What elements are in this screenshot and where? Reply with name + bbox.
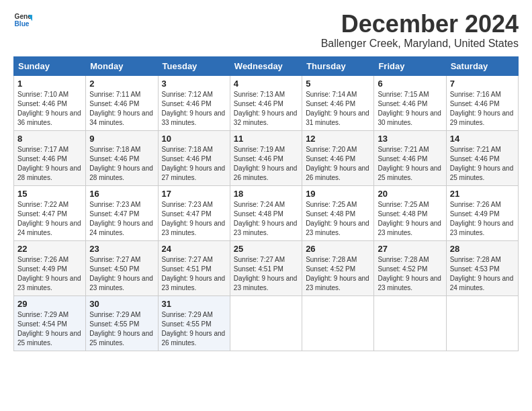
day-number: 27 (378, 244, 442, 254)
day-number: 26 (306, 244, 370, 254)
day-number: 17 (162, 189, 226, 199)
table-cell: 2 Sunrise: 7:11 AM Sunset: 4:46 PM Dayli… (86, 75, 158, 130)
table-cell: 26 Sunrise: 7:28 AM Sunset: 4:52 PM Dayl… (302, 240, 374, 295)
day-number: 6 (378, 79, 442, 89)
day-number: 21 (450, 189, 515, 199)
col-saturday: Saturday (446, 56, 518, 75)
table-cell: 31 Sunrise: 7:29 AM Sunset: 4:55 PM Dayl… (158, 295, 230, 351)
table-row: 15 Sunrise: 7:22 AM Sunset: 4:47 PM Dayl… (14, 185, 519, 240)
table-cell: 3 Sunrise: 7:12 AM Sunset: 4:46 PM Dayli… (158, 75, 230, 130)
day-info: Sunrise: 7:20 AM Sunset: 4:46 PM Dayligh… (306, 145, 370, 183)
table-row: 1 Sunrise: 7:10 AM Sunset: 4:46 PM Dayli… (14, 75, 519, 130)
table-cell (230, 295, 302, 351)
table-cell: 18 Sunrise: 7:24 AM Sunset: 4:48 PM Dayl… (230, 185, 302, 240)
logo-icon: General Blue (13, 11, 32, 30)
day-number: 1 (17, 79, 82, 89)
subtitle: Ballenger Creek, Maryland, United States (321, 38, 519, 50)
table-cell: 23 Sunrise: 7:27 AM Sunset: 4:50 PM Dayl… (86, 240, 158, 295)
table-cell: 16 Sunrise: 7:23 AM Sunset: 4:47 PM Dayl… (86, 185, 158, 240)
day-info: Sunrise: 7:12 AM Sunset: 4:46 PM Dayligh… (162, 90, 226, 128)
day-info: Sunrise: 7:28 AM Sunset: 4:52 PM Dayligh… (306, 255, 370, 293)
table-row: 29 Sunrise: 7:29 AM Sunset: 4:54 PM Dayl… (14, 295, 519, 351)
day-info: Sunrise: 7:10 AM Sunset: 4:46 PM Dayligh… (17, 90, 82, 128)
day-info: Sunrise: 7:28 AM Sunset: 4:52 PM Dayligh… (378, 255, 442, 293)
table-cell: 21 Sunrise: 7:26 AM Sunset: 4:49 PM Dayl… (446, 185, 518, 240)
main-title: December 2024 (321, 11, 519, 38)
day-info: Sunrise: 7:11 AM Sunset: 4:46 PM Dayligh… (89, 90, 154, 128)
day-info: Sunrise: 7:26 AM Sunset: 4:49 PM Dayligh… (17, 255, 82, 293)
table-cell: 14 Sunrise: 7:21 AM Sunset: 4:46 PM Dayl… (446, 130, 518, 185)
day-number: 24 (162, 244, 226, 254)
header-row: Sunday Monday Tuesday Wednesday Thursday… (14, 56, 519, 75)
col-thursday: Thursday (302, 56, 374, 75)
day-info: Sunrise: 7:18 AM Sunset: 4:46 PM Dayligh… (162, 145, 226, 183)
day-number: 13 (378, 134, 442, 144)
day-number: 7 (450, 79, 515, 89)
day-info: Sunrise: 7:29 AM Sunset: 4:54 PM Dayligh… (17, 310, 82, 348)
svg-text:Blue: Blue (15, 20, 30, 28)
day-number: 15 (17, 189, 82, 199)
day-number: 4 (234, 79, 298, 89)
table-cell: 4 Sunrise: 7:13 AM Sunset: 4:46 PM Dayli… (230, 75, 302, 130)
table-cell: 7 Sunrise: 7:16 AM Sunset: 4:46 PM Dayli… (446, 75, 518, 130)
day-info: Sunrise: 7:23 AM Sunset: 4:47 PM Dayligh… (162, 200, 226, 238)
day-info: Sunrise: 7:14 AM Sunset: 4:46 PM Dayligh… (306, 90, 370, 128)
day-info: Sunrise: 7:17 AM Sunset: 4:46 PM Dayligh… (17, 145, 82, 183)
table-cell: 13 Sunrise: 7:21 AM Sunset: 4:46 PM Dayl… (374, 130, 446, 185)
table-cell: 15 Sunrise: 7:22 AM Sunset: 4:47 PM Dayl… (14, 185, 86, 240)
col-sunday: Sunday (14, 56, 86, 75)
day-number: 29 (17, 299, 82, 309)
table-cell: 9 Sunrise: 7:18 AM Sunset: 4:46 PM Dayli… (86, 130, 158, 185)
table-cell: 1 Sunrise: 7:10 AM Sunset: 4:46 PM Dayli… (14, 75, 86, 130)
table-cell: 25 Sunrise: 7:27 AM Sunset: 4:51 PM Dayl… (230, 240, 302, 295)
day-info: Sunrise: 7:29 AM Sunset: 4:55 PM Dayligh… (162, 310, 226, 348)
table-cell: 11 Sunrise: 7:19 AM Sunset: 4:46 PM Dayl… (230, 130, 302, 185)
day-info: Sunrise: 7:21 AM Sunset: 4:46 PM Dayligh… (450, 145, 515, 183)
day-number: 12 (306, 134, 370, 144)
day-info: Sunrise: 7:22 AM Sunset: 4:47 PM Dayligh… (17, 200, 82, 238)
day-number: 22 (17, 244, 82, 254)
day-number: 28 (450, 244, 515, 254)
day-number: 8 (17, 134, 82, 144)
table-cell: 8 Sunrise: 7:17 AM Sunset: 4:46 PM Dayli… (14, 130, 86, 185)
day-number: 20 (378, 189, 442, 199)
day-info: Sunrise: 7:15 AM Sunset: 4:46 PM Dayligh… (378, 90, 442, 128)
day-number: 9 (89, 134, 154, 144)
day-info: Sunrise: 7:19 AM Sunset: 4:46 PM Dayligh… (234, 145, 298, 183)
day-info: Sunrise: 7:25 AM Sunset: 4:48 PM Dayligh… (306, 200, 370, 238)
table-row: 22 Sunrise: 7:26 AM Sunset: 4:49 PM Dayl… (14, 240, 519, 295)
table-cell: 30 Sunrise: 7:29 AM Sunset: 4:55 PM Dayl… (86, 295, 158, 351)
table-cell: 28 Sunrise: 7:28 AM Sunset: 4:53 PM Dayl… (446, 240, 518, 295)
table-cell: 20 Sunrise: 7:25 AM Sunset: 4:48 PM Dayl… (374, 185, 446, 240)
day-info: Sunrise: 7:26 AM Sunset: 4:49 PM Dayligh… (450, 200, 515, 238)
day-info: Sunrise: 7:29 AM Sunset: 4:55 PM Dayligh… (89, 310, 154, 348)
day-info: Sunrise: 7:13 AM Sunset: 4:46 PM Dayligh… (234, 90, 298, 128)
day-info: Sunrise: 7:28 AM Sunset: 4:53 PM Dayligh… (450, 255, 515, 293)
table-cell: 12 Sunrise: 7:20 AM Sunset: 4:46 PM Dayl… (302, 130, 374, 185)
day-info: Sunrise: 7:21 AM Sunset: 4:46 PM Dayligh… (378, 145, 442, 183)
day-number: 5 (306, 79, 370, 89)
day-number: 11 (234, 134, 298, 144)
day-info: Sunrise: 7:23 AM Sunset: 4:47 PM Dayligh… (89, 200, 154, 238)
day-number: 10 (162, 134, 226, 144)
table-cell: 27 Sunrise: 7:28 AM Sunset: 4:52 PM Dayl… (374, 240, 446, 295)
day-info: Sunrise: 7:27 AM Sunset: 4:51 PM Dayligh… (234, 255, 298, 293)
col-wednesday: Wednesday (230, 56, 302, 75)
table-cell: 10 Sunrise: 7:18 AM Sunset: 4:46 PM Dayl… (158, 130, 230, 185)
col-friday: Friday (374, 56, 446, 75)
day-info: Sunrise: 7:18 AM Sunset: 4:46 PM Dayligh… (89, 145, 154, 183)
day-number: 23 (89, 244, 154, 254)
table-cell (446, 295, 518, 351)
col-monday: Monday (86, 56, 158, 75)
title-area: December 2024 Ballenger Creek, Maryland,… (321, 11, 519, 50)
day-number: 25 (234, 244, 298, 254)
day-info: Sunrise: 7:24 AM Sunset: 4:48 PM Dayligh… (234, 200, 298, 238)
table-cell: 29 Sunrise: 7:29 AM Sunset: 4:54 PM Dayl… (14, 295, 86, 351)
table-cell: 17 Sunrise: 7:23 AM Sunset: 4:47 PM Dayl… (158, 185, 230, 240)
logo: General Blue (13, 11, 32, 30)
day-info: Sunrise: 7:16 AM Sunset: 4:46 PM Dayligh… (450, 90, 515, 128)
day-number: 19 (306, 189, 370, 199)
day-info: Sunrise: 7:25 AM Sunset: 4:48 PM Dayligh… (378, 200, 442, 238)
day-number: 16 (89, 189, 154, 199)
day-number: 3 (162, 79, 226, 89)
